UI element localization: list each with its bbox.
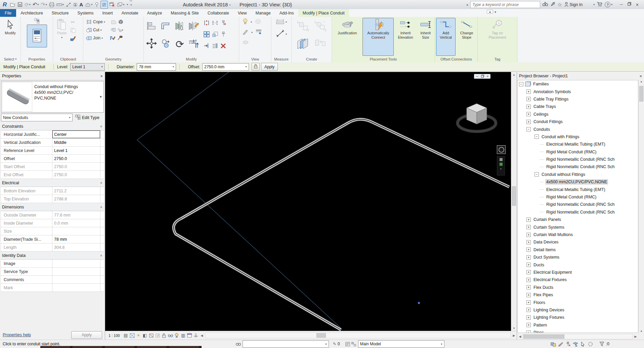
tree-item-label[interactable]: Lighting Fixtures xyxy=(532,315,565,320)
property-value[interactable]: 2750.0 xyxy=(52,155,100,162)
property-value[interactable] xyxy=(52,284,100,292)
tree-item[interactable]: −Families xyxy=(518,80,638,88)
tree-item[interactable]: +Electrical Equipment xyxy=(518,269,638,276)
viewcube-cube[interactable] xyxy=(467,104,487,124)
expand-icon[interactable]: + xyxy=(526,293,531,297)
property-value[interactable]: 0.0 mm xyxy=(52,219,100,227)
expand-icon[interactable]: + xyxy=(526,233,531,237)
tree-item[interactable]: −Conduit with Fittings xyxy=(518,133,638,141)
reveal-hidden-icon2[interactable] xyxy=(174,332,180,339)
browser-hscroll-thumb[interactable] xyxy=(523,335,564,339)
section-button[interactable] xyxy=(94,1,100,8)
view-minimize-icon[interactable]: ─ xyxy=(476,75,478,78)
hscroll-thumb[interactable] xyxy=(316,333,326,338)
tab-systems[interactable]: Systems xyxy=(73,9,98,17)
expand-icon[interactable]: + xyxy=(526,105,531,109)
thin-lines-button[interactable] xyxy=(100,1,108,9)
sync-button[interactable]: ⟳▾ xyxy=(24,1,31,8)
tree-item[interactable]: Electrical Metallic Tubing (EMT) xyxy=(518,141,638,148)
exclude-options-icon[interactable] xyxy=(351,342,357,346)
tree-item[interactable]: +Conduit Fittings xyxy=(518,118,638,125)
section-header[interactable]: Identity Data« xyxy=(1,252,104,260)
justification-button[interactable]: Justification xyxy=(333,18,362,56)
editable-only-icon[interactable]: ✎ xyxy=(332,342,338,346)
browser-hscroll-right[interactable]: ▶ xyxy=(633,335,638,338)
undo-button[interactable]: ↶▾ xyxy=(32,1,39,8)
element-options-icon[interactable]: ▾ xyxy=(117,27,123,33)
expand-icon[interactable]: + xyxy=(526,218,531,222)
tab-annotate[interactable]: Annotate xyxy=(117,9,143,17)
visual-style-icon[interactable] xyxy=(129,332,135,339)
panel-label-offset-connections[interactable]: Offset Connections xyxy=(435,56,477,62)
tree-item-label[interactable]: Ducts xyxy=(532,262,545,268)
panel-label-create[interactable]: Create xyxy=(292,56,332,62)
level-select[interactable]: Level 1▾ xyxy=(70,63,105,71)
tab-view[interactable]: View xyxy=(233,9,251,17)
section-header[interactable]: Dimensions« xyxy=(1,203,104,211)
sun-path-icon[interactable]: ☀ xyxy=(135,332,142,339)
tree-item-label[interactable]: Detail Items xyxy=(532,247,557,253)
panel-label-tag[interactable]: Tag xyxy=(478,56,517,62)
tab-structure[interactable]: Structure xyxy=(47,9,73,17)
tree-item[interactable]: +Lighting Fixtures xyxy=(518,314,638,321)
change-slope-button[interactable]: ChangeSlope xyxy=(457,18,476,56)
detail-level-icon[interactable]: ▤ xyxy=(123,332,129,339)
tree-item[interactable]: +Pipes xyxy=(518,329,638,333)
expand-icon[interactable]: + xyxy=(526,225,531,229)
expand-icon[interactable]: + xyxy=(526,300,531,305)
browser-scroll-up[interactable]: ▲ xyxy=(639,80,644,83)
tab-manage[interactable]: Manage xyxy=(251,9,275,17)
tree-item[interactable]: +Pattern xyxy=(518,321,638,329)
filter-icon[interactable] xyxy=(599,341,605,347)
tree-item[interactable]: −Conduit without Fittings xyxy=(518,171,638,178)
wrap-box-icon[interactable] xyxy=(243,40,249,46)
panel-label-view[interactable]: View xyxy=(239,56,271,62)
viewcube[interactable] xyxy=(451,99,502,137)
unpin-icon[interactable] xyxy=(220,20,226,27)
tree-item-label[interactable]: Curtain Wall Mullions xyxy=(532,232,574,237)
view-dropdown-caret[interactable]: ▾ xyxy=(91,3,92,6)
panel-label-placement-tools[interactable]: Placement Tools xyxy=(332,56,435,62)
switch-windows-button[interactable]: ▾ xyxy=(116,1,125,8)
tab-massing-site[interactable]: Massing & Site xyxy=(166,9,203,17)
tab-modify-place-conduit[interactable]: Modify | Place Conduit xyxy=(298,9,349,17)
browser-close-icon[interactable]: × xyxy=(639,74,642,79)
tree-item[interactable]: +Lighting Devices xyxy=(518,306,638,314)
trim-extend-corner-icon[interactable] xyxy=(188,38,199,50)
workset-select-caret[interactable]: ▾ xyxy=(324,341,329,347)
close-hidden-windows-button[interactable] xyxy=(109,1,116,8)
tree-item-label[interactable]: 4x500 mm2CU,PVC/PVC,NONE xyxy=(545,179,608,185)
view-scale-button[interactable]: 1 : 100 xyxy=(105,332,123,339)
tab-collaborate[interactable]: Collaborate xyxy=(203,9,233,17)
copy-icon[interactable] xyxy=(70,27,76,33)
tree-item[interactable]: +Cable Tray Fittings xyxy=(518,95,638,103)
tree-item-label[interactable]: Conduits xyxy=(532,127,551,132)
panel-label-measure[interactable]: Measure xyxy=(271,56,291,62)
expand-icon[interactable]: + xyxy=(526,263,531,267)
tree-item[interactable]: Rigid Nonmetallic Conduit (RNC Sch xyxy=(518,163,638,170)
add-vertical-button[interactable]: AddVertical xyxy=(436,18,456,56)
tree-item-label[interactable]: Pattern xyxy=(532,322,548,328)
create-assembly-icon[interactable] xyxy=(314,38,327,50)
create-group-icon[interactable] xyxy=(314,20,327,33)
automatically-connect-button[interactable]: AutomaticallyConnect xyxy=(362,18,394,56)
mirror-pick-axis-icon[interactable] xyxy=(174,21,185,32)
scroll-down-arrow[interactable]: ▼ xyxy=(511,325,517,331)
offset-select[interactable]: 2750.0 mm▾ xyxy=(202,63,249,71)
properties-close-icon[interactable]: × xyxy=(100,74,103,79)
type-properties-icon[interactable] xyxy=(34,18,40,24)
active-workset-select[interactable]: ▾ xyxy=(243,340,329,348)
tree-item[interactable]: +Curtain Wall Mullions xyxy=(518,231,638,238)
save-button[interactable] xyxy=(17,1,23,8)
cut-icon[interactable]: ✂ xyxy=(70,19,76,25)
design-option-select[interactable]: Main Model▾ xyxy=(358,340,444,348)
search-button[interactable] xyxy=(542,2,548,7)
property-value[interactable]: 2750.0 xyxy=(52,171,100,179)
tree-item-label[interactable]: Electrical Metallic Tubing (EMT) xyxy=(545,142,606,147)
tree-item-label[interactable]: Rigid Nonmetallic Conduit (RNC Sch xyxy=(545,202,616,207)
paste-button[interactable]: Paste ▾ xyxy=(54,18,70,56)
tree-item-label[interactable]: Conduit Fittings xyxy=(532,119,564,124)
wall-joins-icon[interactable] xyxy=(111,19,117,25)
rotate-icon[interactable]: ⟳ xyxy=(175,38,184,50)
minimize-button[interactable]: ─ xyxy=(620,2,623,7)
